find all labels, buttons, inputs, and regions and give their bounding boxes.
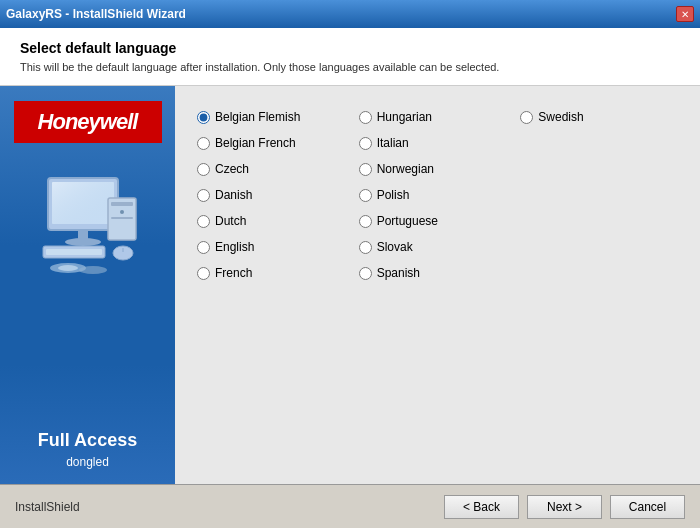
header-area: Select default language This will be the… bbox=[0, 28, 700, 86]
footer-brand: InstallShield bbox=[15, 500, 80, 514]
language-item-french[interactable]: French bbox=[195, 262, 357, 284]
language-item-english[interactable]: English bbox=[195, 236, 357, 258]
language-item-hungarian[interactable]: Hungarian bbox=[357, 106, 519, 128]
next-button[interactable]: Next > bbox=[527, 495, 602, 519]
title-bar: GalaxyRS - InstallShield Wizard ✕ bbox=[0, 0, 700, 28]
language-item-italian[interactable]: Italian bbox=[357, 132, 519, 154]
footer: InstallShield < Back Next > Cancel bbox=[0, 484, 700, 528]
svg-rect-6 bbox=[111, 202, 133, 206]
svg-rect-10 bbox=[46, 249, 102, 255]
language-item-norwegian[interactable]: Norwegian bbox=[357, 158, 519, 180]
svg-rect-2 bbox=[52, 182, 114, 224]
language-item-portuguese[interactable]: Portuguese bbox=[357, 210, 519, 232]
header-description: This will be the default language after … bbox=[20, 60, 680, 75]
language-item-spanish[interactable]: Spanish bbox=[357, 262, 519, 284]
sidebar-bottom: Full Access dongled bbox=[38, 430, 137, 469]
sidebar: Honeywell bbox=[0, 86, 175, 484]
content-area: Honeywell bbox=[0, 86, 700, 484]
computer-graphic bbox=[23, 163, 153, 293]
language-item-dutch[interactable]: Dutch bbox=[195, 210, 357, 232]
language-item-belgian-french[interactable]: Belgian French bbox=[195, 132, 357, 154]
footer-buttons: < Back Next > Cancel bbox=[444, 495, 685, 519]
page-title: Select default language bbox=[20, 40, 680, 56]
svg-point-15 bbox=[79, 266, 107, 274]
access-label: Full Access bbox=[38, 430, 137, 451]
right-panel: Belgian FlemishHungarianSwedishBelgian F… bbox=[175, 86, 700, 484]
close-button[interactable]: ✕ bbox=[676, 6, 694, 22]
cancel-button[interactable]: Cancel bbox=[610, 495, 685, 519]
language-item-czech[interactable]: Czech bbox=[195, 158, 357, 180]
language-item-polish[interactable]: Polish bbox=[357, 184, 519, 206]
dialog: Select default language This will be the… bbox=[0, 28, 700, 528]
language-item-danish[interactable]: Danish bbox=[195, 184, 357, 206]
svg-point-4 bbox=[65, 238, 101, 246]
svg-point-14 bbox=[58, 265, 78, 271]
language-item-belgian-flemish[interactable]: Belgian Flemish bbox=[195, 106, 357, 128]
languages-grid: Belgian FlemishHungarianSwedishBelgian F… bbox=[195, 106, 680, 284]
back-button[interactable]: < Back bbox=[444, 495, 519, 519]
dongled-label: dongled bbox=[38, 455, 137, 469]
title-bar-text: GalaxyRS - InstallShield Wizard bbox=[6, 7, 186, 21]
honeywell-logo: Honeywell bbox=[14, 101, 162, 143]
language-item-swedish[interactable]: Swedish bbox=[518, 106, 680, 128]
svg-rect-8 bbox=[111, 217, 133, 219]
svg-point-7 bbox=[120, 210, 124, 214]
language-item-slovak[interactable]: Slovak bbox=[357, 236, 519, 258]
